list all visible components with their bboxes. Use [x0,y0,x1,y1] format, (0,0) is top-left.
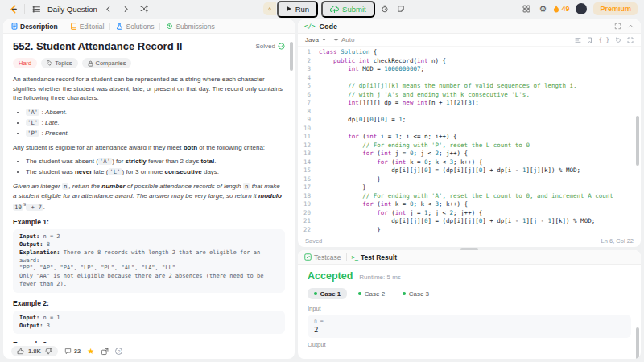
star-icon[interactable]: ★ [87,348,94,356]
thumbs-up-icon[interactable] [17,348,24,355]
like-count: 1.8K [28,348,41,355]
case-3-tab[interactable]: Case 3 [396,288,436,299]
fullscreen-icon[interactable] [627,37,634,43]
gear-icon[interactable]: ⚙ [539,5,547,14]
example-1-block: Input: n = 2Output: 8Explanation: There … [13,229,285,293]
streak-count: 49 [561,5,569,13]
solutions-flask-icon [116,23,123,30]
input-value-box[interactable]: n = 2 [308,315,631,338]
list-item: 'L' : Late. [26,117,285,128]
problem-list-icon[interactable] [30,2,43,15]
topics-button[interactable]: Topics [41,58,77,68]
comment-icon [64,348,72,355]
submissions-history-icon [166,23,173,30]
format-icon[interactable] [575,37,581,43]
case-status-dot [358,292,361,295]
code-tab[interactable]: Code [320,23,338,31]
timer-icon[interactable] [378,2,391,15]
criteria-list: The student was absent ('A') for strictl… [26,156,285,177]
case-status-dot [402,292,406,295]
description-panel: Description Editorial Solutions Submissi… [3,19,295,359]
collapse-chevron-icon[interactable] [627,23,634,30]
problem-title: 552. Student Attendance Record II [13,40,182,52]
tag-icon [47,60,52,66]
workspace: Description Editorial Solutions Submissi… [0,18,644,362]
thumbs-down-icon[interactable] [45,348,52,355]
testcase-check-icon [304,253,312,261]
lock-icon [88,60,93,67]
case-2-tab[interactable]: Case 2 [352,288,391,299]
result-status: Accepted [308,270,353,282]
runtime-label: Runtime: 5 ms [359,274,401,281]
layout-grid-icon[interactable] [520,2,533,15]
sparkle-icon [333,37,339,43]
companies-button[interactable]: Companies [82,58,132,68]
test-result-body: Accepted Runtime: 5 ms Case 1 Case 2 Cas… [298,265,641,359]
example-2-label: Example 2: [13,299,285,307]
divider [346,253,347,261]
tab-testcase[interactable]: Testcase [304,253,341,261]
submit-button[interactable]: Submit [321,1,375,18]
divider [24,4,25,14]
description-content: 552. Student Attendance Record II Solved… [3,34,295,343]
debug-lock-icon[interactable] [263,2,276,15]
nav-daily-question[interactable]: Daily Question [47,5,97,14]
run-label: Run [295,5,309,14]
case-1-tab[interactable]: Case 1 [308,288,347,299]
problem-paragraph: An attendance record for a student can b… [13,75,285,103]
saved-status: Saved [305,237,322,245]
code-editor[interactable]: 1class Solution {2 public int checkRecor… [298,47,641,235]
top-header: Daily Question Run Submit [0,0,644,18]
shuffle-icon[interactable] [138,2,151,15]
cursor-position: Ln 6, Col 22 [601,237,634,245]
comments-button[interactable]: 32 [64,348,80,355]
tab-editorial[interactable]: Editorial [68,23,106,31]
leetcode-logo-icon[interactable] [6,2,19,15]
code-panel: </> Code Java Auto [298,19,641,247]
avatar[interactable] [576,3,587,14]
chevron-right-icon[interactable] [120,2,133,15]
tab-solutions[interactable]: Solutions [114,23,155,31]
premium-button[interactable]: Premium [593,2,638,15]
streak-counter[interactable]: 49 [553,5,569,13]
difficulty-badge[interactable]: Hard [13,58,37,68]
example-1-label: Example 1: [13,218,285,226]
reset-icon[interactable] [615,37,621,43]
tab-test-result[interactable]: >_ Test Result [352,253,398,261]
braces-icon[interactable]: { } [598,36,609,43]
editorial-book-icon [70,23,77,30]
expand-icon[interactable] [614,23,621,30]
flame-icon [553,5,559,13]
notes-icon[interactable] [394,2,407,15]
auto-toggle[interactable]: Auto [333,36,354,43]
share-icon[interactable] [101,348,109,356]
right-column: </> Code Java Auto [298,19,641,359]
code-panel-header: </> Code [298,19,641,34]
input-value: 2 [314,326,625,334]
problem-paragraph: Given an integer n, return the number of… [13,182,285,212]
input-variable: n = [314,318,625,324]
divider [64,23,64,30]
list-item: 'P' : Present. [26,128,285,138]
chevron-down-icon [321,37,327,43]
list-item: The student was never late ('L') for 3 o… [26,167,285,177]
divider [109,23,110,30]
test-panel-header: Testcase >_ Test Result [298,250,641,265]
chevron-left-icon[interactable] [102,2,115,15]
test-scrollbar[interactable] [636,327,639,359]
terminal-icon: >_ [352,254,358,261]
description-scrollbar[interactable] [290,42,293,71]
tab-description[interactable]: Description [10,23,60,31]
bookmark-icon[interactable] [587,37,592,43]
list-item: The student was absent ('A') for strictl… [26,156,285,167]
play-icon [286,6,292,12]
input-label: Input [308,305,631,312]
help-icon[interactable]: ? [115,348,122,355]
run-button[interactable]: Run [277,1,318,18]
code-scrollbar[interactable] [636,116,639,166]
cloud-upload-icon [330,6,339,13]
code-toolbar: Java Auto { } [298,34,641,47]
language-selector[interactable]: Java [305,36,327,43]
divider [159,23,160,30]
tab-submissions[interactable]: Submissions [164,23,216,31]
